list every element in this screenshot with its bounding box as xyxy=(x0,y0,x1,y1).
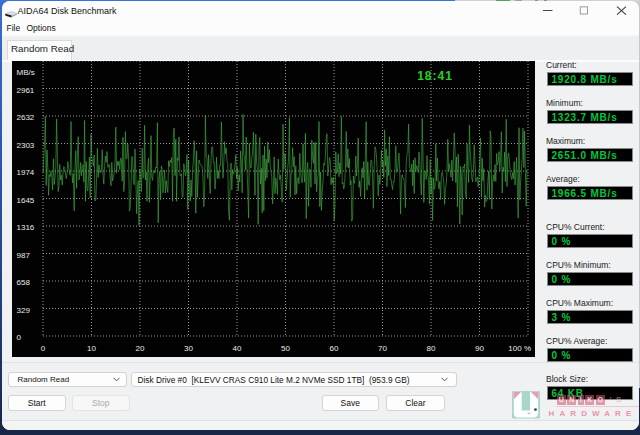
svg-text:1316: 1316 xyxy=(16,223,34,232)
svg-text:50: 50 xyxy=(281,344,290,353)
svg-text:40: 40 xyxy=(232,344,241,353)
svg-text:329: 329 xyxy=(16,306,30,315)
svg-text:70: 70 xyxy=(378,344,387,353)
svg-text:10: 10 xyxy=(87,344,96,353)
svg-text:987: 987 xyxy=(16,251,30,260)
svg-text:90: 90 xyxy=(475,344,484,353)
svg-text:2303: 2303 xyxy=(16,141,34,150)
svg-text:0: 0 xyxy=(16,333,21,342)
svg-text:100 %: 100 % xyxy=(508,344,531,353)
svg-text:0: 0 xyxy=(40,344,45,353)
svg-text:1974: 1974 xyxy=(16,168,34,177)
svg-text:20: 20 xyxy=(135,344,144,353)
svg-text:658: 658 xyxy=(16,278,30,287)
svg-text:MB/s: MB/s xyxy=(16,68,34,77)
svg-text:18:41: 18:41 xyxy=(417,69,453,83)
svg-text:80: 80 xyxy=(426,344,435,353)
svg-text:2632: 2632 xyxy=(16,113,34,122)
svg-text:2961: 2961 xyxy=(16,86,34,95)
svg-text:30: 30 xyxy=(184,344,193,353)
svg-text:1645: 1645 xyxy=(16,196,34,205)
svg-text:60: 60 xyxy=(329,344,338,353)
